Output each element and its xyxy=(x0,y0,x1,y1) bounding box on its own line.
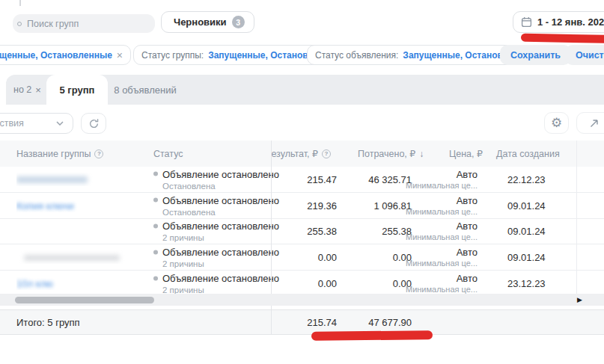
status-cell: Объявление остановлено Остановлена xyxy=(153,194,277,216)
table-row[interactable]: Объявление остановлено Остановлена 215.4… xyxy=(0,167,604,193)
tab-groups[interactable]: 5 групп xyxy=(46,75,108,105)
status-dot-icon xyxy=(153,276,158,280)
column-header-created-label: Дата создания xyxy=(496,149,560,159)
table-row[interactable]: Объявление остановлено 2 причины 0.00 0.… xyxy=(0,244,604,271)
creation-date: 09.01.24 xyxy=(507,226,546,237)
price-strategy: Минимальная це... xyxy=(389,181,478,190)
totals-label: Итого: 5 групп xyxy=(16,317,80,328)
settings-button[interactable]: ⚙ xyxy=(544,112,569,134)
group-name-cell xyxy=(16,250,147,264)
price-cell: Авто Минимальная це... xyxy=(389,220,478,241)
creation-date: 09.01.24 xyxy=(507,200,546,211)
status-text: Объявление остановлено xyxy=(162,194,279,206)
status-dot-icon xyxy=(153,223,158,228)
group-name-link[interactable]: Копия ключи xyxy=(16,200,74,212)
group-name-link[interactable]: 10л клю xyxy=(16,278,53,289)
status-text: Объявление остановлено xyxy=(162,247,279,258)
price-cell: Авто Минимальная це... xyxy=(389,247,478,268)
status-substatus: Остановлена xyxy=(162,207,277,216)
tab-ads[interactable]: 8 объявлений xyxy=(108,75,183,105)
chevron-down-icon xyxy=(56,121,64,126)
close-icon[interactable]: × xyxy=(117,50,123,61)
fixed-column-divider xyxy=(271,141,272,335)
drafts-button[interactable]: Черновики 3 xyxy=(161,11,254,33)
export-button[interactable] xyxy=(576,112,604,134)
filter-label: Статус группы: xyxy=(141,50,204,61)
filter-value: Запущенные, Остановленные xyxy=(0,50,112,61)
price-strategy: Минимальная це... xyxy=(389,232,478,241)
price-value: Авто xyxy=(389,195,478,206)
column-header-created[interactable]: Дата создания xyxy=(496,141,560,167)
actions-label: Действия xyxy=(0,118,24,129)
creation-date: 22.12.23 xyxy=(507,173,546,185)
status-cell: Объявление остановлено 2 причины xyxy=(153,273,277,294)
creation-date: 23.12.23 xyxy=(507,278,546,289)
refresh-icon xyxy=(88,118,100,129)
cost-per-result-value: 255.38 xyxy=(272,226,337,237)
status-cell: Объявление остановлено Остановлена xyxy=(153,168,277,190)
status-substatus: 2 причины xyxy=(162,286,277,294)
totals-row: Итого: 5 групп 215.74 47 677.90 xyxy=(0,309,604,335)
red-marker-date xyxy=(521,34,604,44)
actions-dropdown[interactable]: Действия xyxy=(0,113,73,134)
group-name-cell: Копия ключи xyxy=(16,199,147,212)
column-header-status-label: Статус xyxy=(153,149,183,159)
cost-per-result-value: 0.00 xyxy=(272,252,337,263)
calendar-icon xyxy=(521,16,532,28)
download-icon xyxy=(589,118,600,129)
cost-per-result-value: 0.00 xyxy=(272,278,337,289)
price-strategy: Минимальная це... xyxy=(389,259,478,268)
tab-bar: но 2 × 5 групп 8 объявлений xyxy=(6,75,604,105)
right-column-divider xyxy=(576,141,577,294)
status-dot-icon xyxy=(153,250,158,254)
status-substatus: 2 причины xyxy=(162,233,277,242)
cost-per-result-value: 219.36 xyxy=(272,200,337,211)
column-header-name-label: Название группы xyxy=(16,149,91,159)
status-substatus: 2 причины xyxy=(162,259,277,268)
column-header-name[interactable]: Название группы ? xyxy=(16,141,103,167)
column-header-status[interactable]: Статус xyxy=(153,141,183,167)
column-header-cost-per-result[interactable]: Цена за результат, ₽ ? xyxy=(272,141,331,167)
help-icon[interactable]: ? xyxy=(322,149,331,158)
scrollbar-thumb[interactable] xyxy=(15,297,154,303)
top-edge-artifact xyxy=(19,0,21,6)
clear-filters-button[interactable]: Очистить xyxy=(565,45,604,65)
table-row[interactable]: Копия ключи Объявление остановлено Остан… xyxy=(0,193,604,219)
column-header-spent-label: Потрачено, ₽ xyxy=(358,148,415,159)
drafts-count-badge: 3 xyxy=(232,16,245,28)
column-header-price[interactable]: Цена, ₽ xyxy=(449,141,483,167)
totals-cost-per-result: 215.74 xyxy=(272,317,337,328)
table-row[interactable]: Объявление остановлено 2 причины 255.38 … xyxy=(0,219,604,245)
refresh-button[interactable] xyxy=(81,113,106,134)
price-cell: Авто Минимальная це... xyxy=(389,195,478,216)
filter-chip-campaign-status[interactable]: Запущенные, Остановленные × xyxy=(0,45,131,65)
price-value: Авто xyxy=(389,273,478,284)
scroll-right-icon[interactable]: ▶ xyxy=(577,296,582,303)
cost-per-result-value: 215.47 xyxy=(272,173,337,185)
price-value: Авто xyxy=(389,247,478,258)
status-text: Объявление остановлено xyxy=(162,168,279,179)
selected-count-label: но 2 xyxy=(13,84,31,95)
gear-icon: ⚙ xyxy=(551,117,562,129)
status-cell: Объявление остановлено 2 причины xyxy=(153,220,277,242)
group-name-cell xyxy=(16,173,147,186)
selected-count-chip[interactable]: но 2 × xyxy=(13,75,41,105)
date-range-picker[interactable]: 1 - 12 янв. 2024 xyxy=(513,11,604,33)
group-search[interactable] xyxy=(13,14,155,33)
help-icon[interactable]: ? xyxy=(94,149,103,158)
search-input[interactable] xyxy=(27,19,139,29)
search-icon xyxy=(17,22,22,26)
close-icon[interactable]: × xyxy=(35,84,41,96)
status-cell: Объявление остановлено 2 причины xyxy=(153,247,277,268)
table-body: Объявление остановлено Остановлена 215.4… xyxy=(0,167,604,297)
sort-down-icon: ↓ xyxy=(419,149,424,159)
price-value: Авто xyxy=(389,220,478,232)
horizontal-scrollbar[interactable] xyxy=(0,294,604,306)
save-filters-button[interactable]: Сохранить xyxy=(500,45,571,65)
column-header-spent[interactable]: Потрачено, ₽ ↓ xyxy=(358,141,424,167)
group-name-cell: 10л клю xyxy=(16,277,147,290)
red-marker-totals xyxy=(311,330,433,341)
table-row[interactable]: 10л клю Объявление остановлено 2 причины… xyxy=(0,271,604,297)
status-text: Объявление остановлено xyxy=(162,273,279,284)
status-dot-icon xyxy=(153,172,158,176)
